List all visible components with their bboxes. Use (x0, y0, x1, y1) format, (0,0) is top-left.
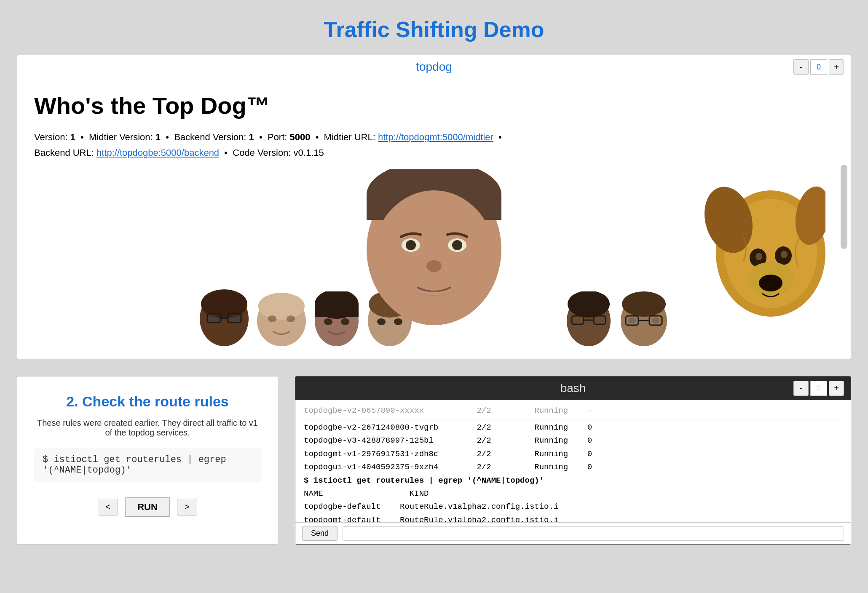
next-button[interactable]: > (177, 499, 197, 516)
small-face-2 (254, 291, 309, 346)
version-value: 1 (70, 132, 75, 142)
svg-point-30 (287, 315, 295, 322)
backend-url-label: Backend URL: (34, 147, 96, 158)
main-face (362, 169, 506, 338)
topdog-meta: Version: 1 • Midtier Version: 1 • Backen… (34, 129, 834, 161)
prev-button[interactable]: < (98, 499, 118, 516)
svg-point-14 (373, 190, 495, 325)
svg-point-18 (452, 240, 462, 250)
topdog-panel-header: topdog - 0 + (17, 55, 851, 79)
bash-terminal-panel: bash - 0 + topdogbe-v2-0657890-xxxxx 2/2… (295, 376, 851, 545)
terminal-command-line: $ istioctl get routerules | egrep '(^NAM… (304, 474, 842, 487)
midtier-url-label: Midtier URL: (324, 132, 378, 142)
svg-point-41 (568, 291, 610, 318)
svg-point-17 (406, 240, 416, 250)
svg-point-19 (426, 260, 442, 272)
topdog-header-label: topdog (416, 60, 452, 73)
topdog-panel-body: Who's the Top Dog™ Version: 1 • Midtier … (17, 79, 851, 359)
terminal-line-6: topdogbe-default RouteRule.v1alpha2.conf… (304, 500, 842, 513)
topdog-count: 0 (810, 59, 827, 75)
code-version-label: Code Version: (233, 147, 293, 158)
terminal-footer: Send (295, 522, 851, 544)
small-face-6 (563, 291, 614, 346)
svg-point-51 (652, 318, 659, 323)
small-face-7 (616, 291, 671, 346)
small-face-3 (311, 291, 362, 346)
topdog-heading: Who's the Top Dog™ (34, 92, 834, 119)
bash-count: 0 (810, 381, 827, 396)
svg-point-26 (230, 315, 238, 321)
page-title: Traffic Shifting Demo (17, 8, 851, 55)
bash-header: bash - 0 + (295, 377, 851, 400)
route-rules-buttons: < RUN > (34, 497, 261, 517)
svg-point-46 (622, 291, 666, 317)
midtier-version-label: Midtier Version: (89, 132, 155, 142)
terminal-line-1: topdogbe-v2-2671240800-tvgrb 2/2 Running… (304, 421, 842, 434)
backend-version-value: 1 (249, 132, 254, 142)
terminal-line-4: topdogui-v1-4040592375-9xzh4 2/2 Running… (304, 461, 842, 474)
backend-version-label: Backend Version: (174, 132, 249, 142)
route-rules-title: 2. Check the route rules (34, 393, 261, 410)
midtier-url-link[interactable]: http://topdogmt:5000/midtier (378, 132, 493, 142)
svg-point-28 (258, 293, 305, 320)
svg-point-34 (324, 318, 332, 325)
faces-area (34, 169, 834, 346)
svg-point-7 (781, 251, 788, 258)
route-rules-command: $ istioctl get routerules | egrep '(^NAM… (34, 448, 261, 482)
bash-plus-button[interactable]: + (829, 381, 844, 396)
port-label: Port: (268, 132, 290, 142)
terminal-line-5: NAME KIND (304, 487, 842, 500)
bash-header-label: bash (560, 382, 586, 395)
topdog-panel: topdog - 0 + Who's the Top Dog™ Version:… (17, 55, 851, 359)
svg-point-25 (210, 315, 218, 321)
terminal-line-2: topdogbe-v3-428878997-125bl 2/2 Running … (304, 434, 842, 447)
bottom-row: 2. Check the route rules These rules wer… (17, 376, 851, 545)
svg-point-6 (755, 253, 762, 260)
bash-panel-controls: - 0 + (793, 381, 844, 396)
code-version-value: v0.1.15 (294, 147, 324, 158)
bash-minus-button[interactable]: - (793, 381, 809, 396)
send-button[interactable]: Send (302, 526, 338, 541)
topdog-panel-controls: - 0 + (793, 59, 844, 75)
svg-point-35 (341, 318, 349, 325)
run-button[interactable]: RUN (125, 497, 170, 517)
topdog-minus-button[interactable]: - (793, 59, 809, 75)
small-face-1 (197, 287, 252, 346)
scrollbar[interactable] (841, 165, 847, 249)
svg-rect-33 (315, 304, 359, 317)
svg-point-50 (628, 318, 636, 323)
terminal-line-truncated: topdogbe-v2-0657890-xxxxx 2/2 Running – (304, 404, 842, 419)
version-label: Version: (34, 132, 70, 142)
svg-point-29 (268, 315, 276, 322)
route-rules-description: These rules were created earlier. They d… (34, 418, 261, 438)
port-value: 5000 (289, 132, 310, 142)
midtier-version-value: 1 (155, 132, 161, 142)
route-rules-panel: 2. Check the route rules These rules wer… (17, 376, 278, 545)
terminal-input[interactable] (343, 526, 844, 541)
terminal-line-3: topdogmt-v1-2976917531-zdh8c 2/2 Running… (304, 448, 842, 461)
topdog-plus-button[interactable]: + (829, 59, 844, 75)
backend-url-link[interactable]: http://topdogbe:5000/backend (96, 147, 219, 158)
